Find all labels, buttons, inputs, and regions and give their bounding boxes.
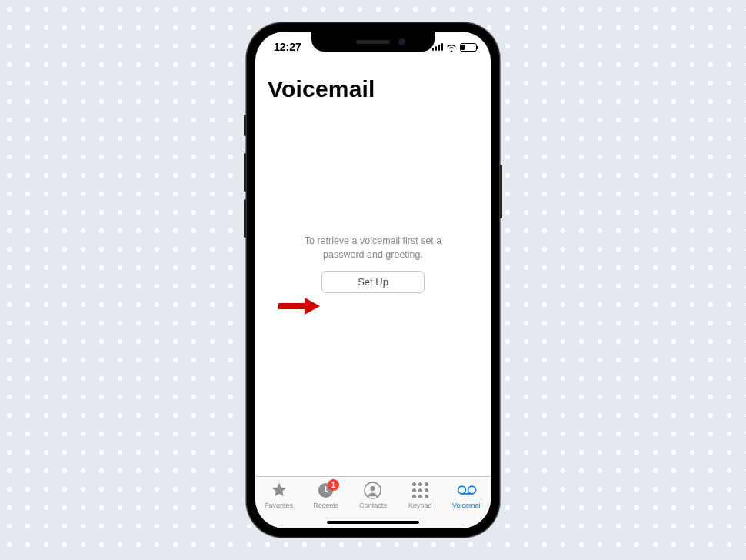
annotation-arrow-icon <box>278 295 321 317</box>
content-area: Voicemail To retrieve a voicemail first … <box>255 62 491 476</box>
wifi-icon <box>446 43 457 52</box>
phone-frame: 12:27 Voicemail To retrieve a voicemail … <box>246 22 500 538</box>
tab-favorites-label: Favorites <box>265 502 293 509</box>
battery-icon <box>460 43 477 52</box>
tab-keypad-label: Keypad <box>408 502 432 509</box>
setup-prompt: To retrieve a voicemail first set a pass… <box>268 235 478 293</box>
tab-recents[interactable]: 1 Recents <box>305 480 348 509</box>
volume-down-button <box>244 199 246 238</box>
screen: 12:27 Voicemail To retrieve a voicemail … <box>255 32 491 528</box>
earpiece-speaker <box>356 40 390 44</box>
voicemail-icon <box>457 480 477 500</box>
tab-contacts[interactable]: Contacts <box>351 480 395 509</box>
svg-point-3 <box>458 486 466 494</box>
tab-keypad[interactable]: Keypad <box>398 480 441 509</box>
cellular-signal-icon <box>432 43 444 51</box>
svg-point-4 <box>468 486 476 494</box>
svg-point-2 <box>371 486 375 491</box>
instruction-text: To retrieve a voicemail first set a pass… <box>296 235 450 262</box>
mute-switch <box>244 115 246 136</box>
person-icon <box>363 480 383 500</box>
setup-button[interactable]: Set Up <box>321 271 425 293</box>
page-title: Voicemail <box>268 76 478 102</box>
tab-contacts-label: Contacts <box>359 502 387 509</box>
notch <box>311 32 435 52</box>
star-icon <box>269 480 289 500</box>
recents-badge: 1 <box>328 479 339 491</box>
keypad-icon <box>410 480 430 500</box>
tab-recents-label: Recents <box>313 502 338 509</box>
tab-voicemail[interactable]: Voicemail <box>445 480 488 509</box>
front-camera <box>398 38 405 45</box>
tab-favorites[interactable]: Favorites <box>258 480 301 509</box>
tab-voicemail-label: Voicemail <box>452 502 482 509</box>
volume-up-button <box>244 153 246 192</box>
home-indicator[interactable] <box>327 521 419 524</box>
tab-bar: Favorites 1 Recents Contacts <box>255 476 491 528</box>
power-button <box>500 165 502 218</box>
